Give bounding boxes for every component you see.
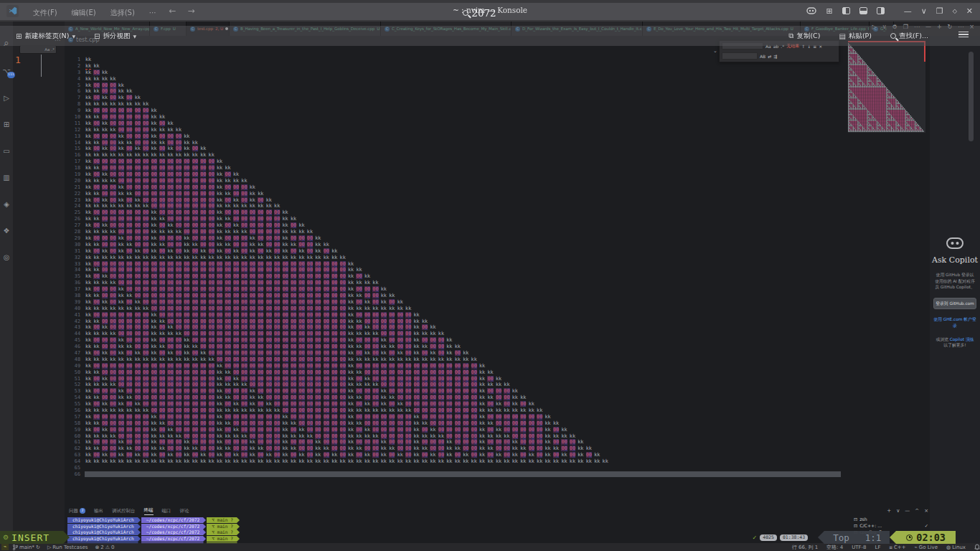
- test-explorer-icon[interactable]: ◎: [4, 253, 10, 261]
- odd-token: kk: [102, 76, 110, 83]
- odd-token: kk: [167, 121, 175, 127]
- replace-icon[interactable]: ⇄: [768, 54, 771, 59]
- panel-tab-评论[interactable]: 评论: [180, 508, 189, 514]
- git-branch-item[interactable]: main*↻: [13, 545, 40, 550]
- odd-token: kk: [143, 357, 151, 363]
- maximize-diamond-icon[interactable]: ◇: [953, 8, 957, 14]
- close-button[interactable]: ✕: [966, 6, 973, 16]
- even-token: 00: [167, 159, 175, 165]
- chart-extension-icon[interactable]: ▥: [3, 174, 9, 182]
- statusbar-item[interactable]: ⧈C++: [889, 545, 905, 550]
- remote-explorer-icon[interactable]: ▭: [3, 147, 9, 155]
- even-token: 00: [463, 376, 471, 382]
- even-token: 00: [192, 337, 200, 344]
- even-token: 00: [331, 299, 339, 306]
- toggle-replace-icon[interactable]: ⌄: [713, 48, 717, 54]
- hamburger-menu-icon[interactable]: [958, 32, 969, 41]
- close-panel-icon[interactable]: ×: [924, 508, 928, 514]
- hierarchy-extension-icon[interactable]: ◈: [4, 200, 9, 208]
- even-token: 00: [110, 222, 118, 229]
- cph-hand-icon[interactable]: ❖: [4, 227, 10, 235]
- odd-token: kk: [217, 369, 225, 376]
- even-token: 00: [324, 267, 331, 273]
- terminal-dropdown-icon[interactable]: ∨: [896, 508, 900, 514]
- even-token: 00: [372, 324, 380, 331]
- even-token: 00: [570, 452, 578, 458]
- even-token: 00: [176, 261, 184, 268]
- source-control-icon[interactable]: ⌥111: [2, 67, 11, 75]
- remote-indicator-icon[interactable]: ⌁: [1, 544, 9, 550]
- editor-content[interactable]: 1kk2kkkk3kk00kk4kkkkkkkk5kk000000kk6kkkk…: [65, 45, 930, 508]
- copy-button[interactable]: ⧉复制(C): [788, 32, 820, 41]
- statusbar-item[interactable]: 行 66, 列 1: [792, 544, 818, 551]
- even-token: 00: [151, 280, 159, 286]
- replace-all-icon[interactable]: ⇶: [773, 54, 777, 59]
- even-token: 00: [266, 363, 274, 369]
- even-token: 00: [381, 312, 389, 319]
- chevron-down-icon[interactable]: ∨: [921, 6, 927, 16]
- toggle-panel-icon[interactable]: [859, 7, 867, 14]
- even-token: 00: [102, 184, 110, 191]
- panel-tab-输出[interactable]: 输出: [94, 508, 103, 514]
- statusbar-item[interactable]: UTF-8: [852, 545, 866, 550]
- new-tab-button[interactable]: ⊞新建标签页(N)▼: [16, 32, 75, 41]
- odd-token: kk: [446, 344, 454, 350]
- even-token: 00: [126, 165, 134, 171]
- notifications-bell-icon[interactable]: [974, 544, 980, 550]
- even-token: 00: [225, 286, 232, 293]
- restore-button[interactable]: ❐: [936, 6, 943, 16]
- ghe-signin-link[interactable]: 使用 GHE.com 帐户登录: [933, 316, 976, 329]
- odd-token: kk: [504, 408, 512, 414]
- odd-token: kk: [126, 88, 134, 95]
- editor-scrollbar[interactable]: [969, 52, 974, 141]
- panel-tab-端口[interactable]: 端口: [162, 508, 171, 514]
- run-debug-icon[interactable]: ▷: [4, 94, 9, 102]
- panel-tab-问题[interactable]: 问题2: [69, 508, 85, 514]
- editor-line: 38kkkk0000kkkk00000000000000000000000000…: [65, 293, 930, 299]
- maximize-panel-icon[interactable]: ^: [915, 508, 919, 514]
- walkthrough-link[interactable]: Copilot 演练: [950, 337, 974, 342]
- even-token: 00: [397, 382, 405, 388]
- even-token: 00: [381, 382, 389, 388]
- terminal-session-item[interactable]: ⊡C/C++: ...✓: [844, 522, 928, 529]
- problems-item[interactable]: ⊗ 2 ⚠ 0: [95, 545, 114, 550]
- even-token: 00: [307, 452, 315, 458]
- toggle-secondary-sidebar-icon[interactable]: [877, 7, 885, 14]
- even-token: 00: [126, 184, 134, 191]
- odd-token: kk: [430, 458, 438, 465]
- even-token: 00: [143, 376, 151, 382]
- odd-token: kk: [159, 229, 167, 235]
- run-testcases-button[interactable]: ▷ Run Testcases: [47, 545, 88, 550]
- odd-token: kk: [348, 319, 356, 325]
- kill-terminal-icon[interactable]: —: [905, 508, 910, 514]
- statusbar-item[interactable]: 空格: 4: [826, 544, 843, 551]
- odd-token: kk: [135, 146, 143, 152]
- search-input[interactable]: Aa.*: [19, 45, 57, 54]
- find-button[interactable]: 查找(F)...: [890, 32, 928, 41]
- copilot-icon[interactable]: [806, 7, 816, 14]
- panel-tab-调试控制台[interactable]: 调试控制台: [112, 508, 136, 514]
- extensions-icon[interactable]: ⊞: [4, 121, 9, 128]
- customize-layout-icon[interactable]: ⊞: [826, 6, 832, 16]
- toggle-sidebar-icon[interactable]: [842, 7, 850, 14]
- even-token: 00: [151, 408, 159, 414]
- minimize-button[interactable]: —: [904, 6, 912, 16]
- paste-button[interactable]: ▤粘贴(P): [839, 32, 872, 41]
- github-signin-button[interactable]: 登录到 GitHub.com: [933, 298, 976, 309]
- even-token: 00: [250, 324, 258, 331]
- replace-input[interactable]: [722, 52, 758, 60]
- panel-tab-终端[interactable]: 终端: [144, 507, 154, 515]
- preserve-case-icon[interactable]: AB: [760, 54, 765, 59]
- match-case-icon[interactable]: Aa: [44, 46, 50, 54]
- statusbar-item[interactable]: ⌁Go Live: [915, 545, 938, 550]
- new-terminal-icon[interactable]: +: [887, 508, 891, 514]
- terminal-session-item[interactable]: ⊡zsh: [844, 516, 928, 522]
- regex-icon[interactable]: .*: [52, 46, 55, 54]
- minimap[interactable]: [848, 41, 925, 133]
- even-token: 00: [184, 293, 192, 299]
- even-token: 00: [315, 319, 323, 325]
- statusbar-item[interactable]: ◍Linux: [946, 545, 966, 550]
- line-number: 9: [65, 108, 80, 114]
- statusbar-item[interactable]: LF: [875, 545, 881, 550]
- split-view-button[interactable]: ⊟拆分视图▼: [94, 32, 136, 41]
